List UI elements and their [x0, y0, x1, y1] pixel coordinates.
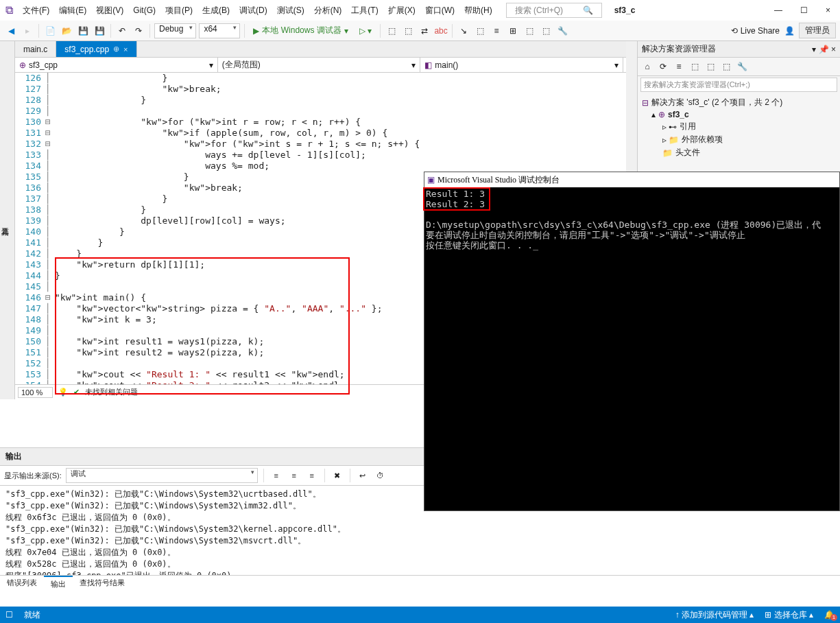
menu-bar[interactable]: ⧉ 文件(F) 编辑(E) 视图(V) Git(G) 项目(P) 生成(B) 调… [0, 0, 840, 21]
menu-test[interactable]: 测试(S) [273, 4, 309, 17]
menu-tools[interactable]: 工具(T) [347, 4, 382, 17]
toolbar-icon-5[interactable]: ↘ [457, 24, 470, 38]
server-explorer-pin[interactable]: 工具箱 [0, 41, 15, 399]
forward-button[interactable]: ▸ [21, 24, 34, 38]
menu-extensions[interactable]: 扩展(X) [384, 4, 420, 17]
tab-output[interactable]: 输出 [44, 576, 73, 591]
back-button[interactable]: ◀ [4, 24, 18, 38]
window-minimize-button[interactable]: — [766, 5, 791, 15]
project-name: sf3_c [603, 5, 647, 15]
tab-pin-icon[interactable]: ⊕ [113, 45, 119, 54]
nav-scope-dropdown[interactable]: (全局范围)▾ [218, 58, 421, 72]
search-icon: 🔍 [579, 5, 597, 16]
open-button[interactable]: 📂 [60, 24, 73, 38]
menu-edit[interactable]: 编辑(E) [55, 4, 91, 17]
status-repo[interactable]: ⊞ 选择仓库 ▴ [765, 609, 813, 621]
save-button[interactable]: 💾 [76, 24, 90, 38]
solution-search-input[interactable]: 搜索解决方案资源管理器(Ctrl+;) [640, 78, 837, 92]
console-titlebar[interactable]: ▣ Microsoft Visual Studio 调试控制台 [424, 172, 839, 187]
toolbar-icon-3[interactable]: ⇄ [418, 24, 431, 38]
sol-wrench-icon[interactable]: 🔧 [735, 60, 749, 73]
menu-analyze[interactable]: 分析(N) [310, 4, 346, 17]
menu-view[interactable]: 视图(V) [92, 4, 128, 17]
start-debug-button[interactable]: ▶ 本地 Windows 调试器 ▾ [249, 25, 352, 36]
out-icon-1[interactable]: ≡ [269, 469, 283, 482]
sol-icon-3[interactable]: ≡ [672, 60, 686, 73]
new-item-button[interactable]: 📄 [43, 24, 57, 38]
tree-project[interactable]: ▴ ⊕ sf3_c [642, 109, 836, 120]
nav-member-dropdown[interactable]: ◧main()▾ [420, 58, 623, 72]
fold-column[interactable]: ││││⊟⊟⊟│││││││││││││⊟│││││││││││ [45, 73, 55, 384]
debug-console-window[interactable]: ▣ Microsoft Visual Studio 调试控制台 Result 1… [424, 172, 840, 511]
tab-main-c[interactable]: main.c [15, 41, 56, 57]
menu-file[interactable]: 文件(F) [19, 4, 53, 17]
window-maximize-button[interactable]: ☐ [792, 5, 816, 15]
redo-button[interactable]: ↷ [132, 24, 145, 38]
toolbar-icon-8[interactable]: ⊞ [506, 24, 520, 38]
tree-external-deps[interactable]: ▹ 📁 外部依赖项 [642, 133, 836, 146]
light-bulb-icon[interactable]: 💡 [58, 388, 68, 397]
sol-icon-2[interactable]: ⟳ [656, 60, 670, 73]
undo-button[interactable]: ↶ [115, 24, 129, 38]
out-icon-2[interactable]: ≡ [287, 469, 301, 482]
feedback-icon[interactable]: 👤 [782, 24, 796, 38]
status-bell-icon[interactable]: 🔔1 [824, 610, 835, 620]
global-search-input[interactable]: 搜索 (Ctrl+Q) 🔍 [506, 3, 602, 18]
file-tabs: main.c sf3_cpp.cpp ⊕ × [15, 41, 637, 58]
menu-help[interactable]: 帮助(H) [460, 4, 496, 17]
platform-dropdown[interactable]: x64 [199, 23, 240, 38]
save-all-button[interactable]: 💾 [93, 24, 106, 38]
out-icon-3[interactable]: ≡ [305, 469, 319, 482]
out-clear-icon[interactable]: ✖ [331, 469, 344, 482]
panel-pin-icon[interactable]: 📌 [819, 45, 829, 54]
console-output[interactable]: Result 1: 3 Result 2: 3 D:\mysetup\gopat… [424, 187, 839, 252]
tree-headers[interactable]: 📁 头文件 [642, 146, 836, 159]
solution-toolbar: ⌂ ⟳ ≡ ⬚ ⬚ ⬚ 🔧 [638, 58, 840, 76]
solution-title: 解决方案资源管理器 [642, 43, 716, 55]
toolbar-icon-6[interactable]: ⬚ [473, 24, 487, 38]
console-icon: ▣ [427, 175, 435, 185]
window-close-button[interactable]: × [817, 5, 839, 15]
config-dropdown[interactable]: Debug [154, 23, 196, 38]
menu-project[interactable]: 项目(P) [161, 4, 197, 17]
menu-build[interactable]: 生成(B) [198, 4, 234, 17]
status-source-control[interactable]: ↑ 添加到源代码管理 ▴ [675, 609, 754, 621]
output-source-label: 显示输出来源(S): [4, 471, 62, 481]
sol-icon-6[interactable]: ⬚ [719, 60, 733, 73]
out-wrap-icon[interactable]: ↩ [356, 469, 370, 482]
menu-window[interactable]: 窗口(W) [421, 4, 459, 17]
live-share-button[interactable]: ⟲ Live Share [731, 26, 780, 36]
tab-error-list[interactable]: 错误列表 [0, 576, 44, 591]
panel-close-icon[interactable]: × [831, 45, 836, 54]
toolbar-icon-2[interactable]: ⬚ [401, 24, 415, 38]
toolbar-icon-10[interactable]: ⬚ [539, 24, 553, 38]
out-icon-6[interactable]: ⏱ [374, 469, 387, 482]
toolbar-icon-9[interactable]: ⬚ [523, 24, 536, 38]
tab-close-icon[interactable]: × [123, 45, 128, 54]
zoom-level[interactable]: 100 % [18, 387, 53, 398]
sol-home-icon[interactable]: ⌂ [640, 60, 654, 73]
menu-git[interactable]: Git(G) [129, 5, 160, 16]
output-source-dropdown[interactable]: 调试 [66, 468, 258, 483]
vs-logo-icon: ⧉ [1, 4, 17, 16]
tree-solution-root[interactable]: ⊟解决方案 'sf3_c' (2 个项目，共 2 个) [642, 96, 836, 109]
menu-debug[interactable]: 调试(D) [235, 4, 272, 17]
line-gutter: 1261271281291301311321331341351361371381… [15, 73, 45, 384]
admin-badge: 管理员 [799, 23, 836, 38]
nav-project-dropdown[interactable]: ⊕sf3_cpp▾ [15, 58, 218, 72]
sol-icon-5[interactable]: ⬚ [704, 60, 717, 73]
start-nodebug-button[interactable]: ▷ ▾ [355, 26, 376, 36]
no-issues-icon: ✔ [73, 388, 80, 397]
console-title-text: Microsoft Visual Studio 调试控制台 [437, 174, 560, 186]
toolbar-icon-4[interactable]: abc [434, 24, 448, 38]
navigation-bar: ⊕sf3_cpp▾ (全局范围)▾ ◧main()▾ ⊕ [15, 58, 637, 73]
toolbar-icon-11[interactable]: 🔧 [555, 24, 569, 38]
toolbar-icon-7[interactable]: ≡ [490, 24, 503, 38]
solution-tree[interactable]: ⊟解决方案 'sf3_c' (2 个项目，共 2 个) ▴ ⊕ sf3_c ▹ … [638, 93, 840, 162]
panel-dropdown-icon[interactable]: ▾ [812, 45, 816, 54]
sol-icon-4[interactable]: ⬚ [688, 60, 701, 73]
toolbar-icon-1[interactable]: ⬚ [385, 24, 398, 38]
tab-sf3-cpp[interactable]: sf3_cpp.cpp ⊕ × [56, 41, 136, 57]
tree-references[interactable]: ▹ ⊷ 引用 [642, 120, 836, 133]
tab-find-symbol[interactable]: 查找符号结果 [73, 576, 132, 591]
